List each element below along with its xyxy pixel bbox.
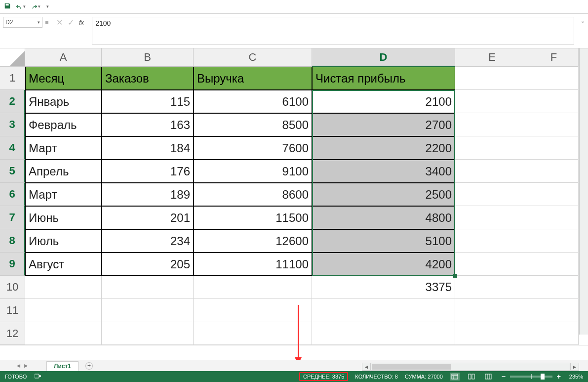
- cell[interactable]: 163: [102, 113, 194, 136]
- row-header[interactable]: 6: [0, 183, 25, 206]
- cell[interactable]: Выручка: [194, 67, 312, 90]
- cell-active[interactable]: 2100: [312, 90, 455, 113]
- cell[interactable]: Январь: [25, 90, 102, 113]
- cell[interactable]: 234: [102, 229, 194, 253]
- zoom-track[interactable]: [510, 376, 552, 378]
- cell[interactable]: [102, 322, 194, 345]
- cell[interactable]: 3400: [312, 160, 455, 183]
- cell[interactable]: Февраль: [25, 113, 102, 136]
- row-header[interactable]: 8: [0, 229, 25, 253]
- cell[interactable]: Июль: [25, 229, 102, 253]
- customize-qat-icon[interactable]: ▾: [46, 4, 49, 9]
- cell[interactable]: [529, 113, 579, 136]
- scroll-right-icon[interactable]: ►: [570, 363, 579, 371]
- cell[interactable]: [529, 90, 579, 113]
- cell[interactable]: [529, 322, 579, 345]
- cell[interactable]: [194, 322, 312, 345]
- cell[interactable]: [455, 229, 529, 253]
- vertical-scrollbar[interactable]: [579, 48, 588, 335]
- cell[interactable]: Июнь: [25, 206, 102, 229]
- cell[interactable]: 2500: [312, 183, 455, 206]
- row-header[interactable]: 4: [0, 136, 25, 160]
- macro-record-icon[interactable]: [35, 373, 41, 380]
- cell[interactable]: 5100: [312, 229, 455, 253]
- column-header-b[interactable]: B: [102, 48, 194, 67]
- cell[interactable]: [455, 113, 529, 136]
- cancel-icon[interactable]: ✕: [56, 18, 63, 27]
- cell[interactable]: [455, 276, 529, 299]
- cell[interactable]: 2200: [312, 136, 455, 160]
- cell[interactable]: Март: [25, 183, 102, 206]
- row-header[interactable]: 11: [0, 299, 25, 322]
- zoom-slider[interactable]: − +: [500, 373, 562, 380]
- cell[interactable]: 205: [102, 253, 194, 276]
- cell[interactable]: 184: [102, 136, 194, 160]
- fx-icon[interactable]: fx: [79, 19, 84, 26]
- add-sheet-button[interactable]: +: [85, 362, 93, 370]
- row-header[interactable]: 10: [0, 276, 25, 299]
- cell[interactable]: 8500: [194, 113, 312, 136]
- cell[interactable]: 11500: [194, 206, 312, 229]
- cell[interactable]: [529, 160, 579, 183]
- view-page-layout-icon[interactable]: [467, 373, 476, 381]
- cell[interactable]: 176: [102, 160, 194, 183]
- dropdown-arrow-icon[interactable]: ▾: [38, 20, 40, 25]
- cell[interactable]: [529, 276, 579, 299]
- column-header-f[interactable]: F: [529, 48, 579, 67]
- enter-icon[interactable]: ✓: [68, 18, 74, 27]
- resize-grip[interactable]: [45, 17, 48, 28]
- cell[interactable]: [25, 322, 102, 345]
- expand-formula-bar-icon[interactable]: ⌄: [581, 18, 585, 24]
- column-header-d[interactable]: D: [312, 48, 455, 67]
- cell[interactable]: [455, 299, 529, 322]
- tab-nav[interactable]: ◄ ►: [0, 362, 44, 369]
- cell[interactable]: Заказов: [102, 67, 194, 90]
- scroll-left-icon[interactable]: ◄: [362, 363, 371, 371]
- cell[interactable]: [25, 299, 102, 322]
- zoom-out-button[interactable]: −: [500, 373, 507, 380]
- cell[interactable]: [455, 136, 529, 160]
- cell[interactable]: 6100: [194, 90, 312, 113]
- cell[interactable]: Март: [25, 136, 102, 160]
- cell[interactable]: [25, 276, 102, 299]
- cell[interactable]: [194, 299, 312, 322]
- cell[interactable]: 3375: [312, 276, 455, 299]
- view-normal-icon[interactable]: [450, 373, 460, 381]
- row-header[interactable]: 3: [0, 113, 25, 136]
- cell[interactable]: 201: [102, 206, 194, 229]
- cell[interactable]: 7600: [194, 136, 312, 160]
- cell[interactable]: 2700: [312, 113, 455, 136]
- cell[interactable]: [455, 206, 529, 229]
- formula-input[interactable]: 2100: [92, 17, 574, 44]
- cell[interactable]: [102, 276, 194, 299]
- row-header[interactable]: 5: [0, 160, 25, 183]
- redo-button[interactable]: ▾: [31, 3, 40, 10]
- cell[interactable]: 4800: [312, 206, 455, 229]
- zoom-level[interactable]: 235%: [569, 374, 583, 380]
- cell[interactable]: 189: [102, 183, 194, 206]
- select-all-corner[interactable]: [0, 48, 25, 67]
- cell[interactable]: [529, 206, 579, 229]
- zoom-thumb[interactable]: [541, 374, 545, 380]
- cell[interactable]: [312, 299, 455, 322]
- cell[interactable]: [102, 299, 194, 322]
- scroll-thumb[interactable]: [372, 364, 451, 370]
- cell[interactable]: [529, 67, 579, 90]
- column-header-e[interactable]: E: [455, 48, 529, 67]
- cell[interactable]: [455, 160, 529, 183]
- dropdown-arrow-icon[interactable]: ▾: [23, 4, 26, 9]
- row-header[interactable]: 9: [0, 253, 25, 276]
- cell[interactable]: 11100: [194, 253, 312, 276]
- row-header[interactable]: 2: [0, 90, 25, 113]
- cell[interactable]: [312, 322, 455, 345]
- cell[interactable]: 4200: [312, 253, 455, 276]
- cell[interactable]: Август: [25, 253, 102, 276]
- save-icon[interactable]: [4, 2, 11, 11]
- cell[interactable]: 8600: [194, 183, 312, 206]
- cell[interactable]: [529, 183, 579, 206]
- name-box[interactable]: D2 ▾: [3, 17, 42, 28]
- cell[interactable]: [529, 229, 579, 253]
- cell[interactable]: Месяц: [25, 67, 102, 90]
- cell[interactable]: 115: [102, 90, 194, 113]
- cell[interactable]: Апрель: [25, 160, 102, 183]
